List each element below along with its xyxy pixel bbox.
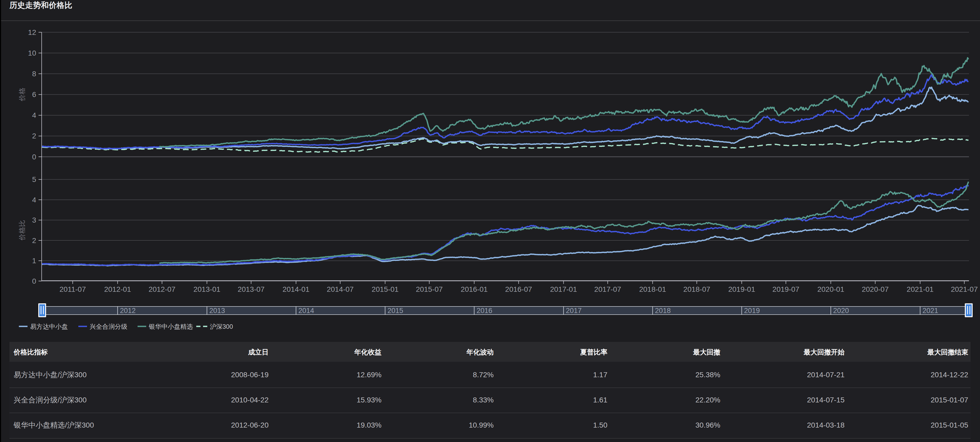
- svg-text:2021-01: 2021-01: [907, 285, 934, 294]
- svg-text:沪深300: 沪深300: [210, 323, 233, 330]
- svg-text:价格: 价格: [18, 88, 26, 101]
- svg-text:2013-01: 2013-01: [193, 285, 220, 294]
- svg-text:易方达中小盘: 易方达中小盘: [30, 323, 68, 330]
- svg-text:价格比: 价格比: [18, 220, 26, 241]
- svg-text:2013: 2013: [209, 307, 225, 314]
- svg-text:10: 10: [28, 49, 36, 57]
- svg-text:2012-07: 2012-07: [149, 285, 175, 294]
- svg-text:2011-07: 2011-07: [59, 285, 86, 294]
- svg-text:3: 3: [32, 216, 36, 224]
- svg-text:2020: 2020: [833, 307, 849, 314]
- svg-text:2016-07: 2016-07: [505, 285, 532, 294]
- svg-text:2016-01: 2016-01: [461, 285, 488, 294]
- svg-text:2017: 2017: [566, 307, 582, 314]
- svg-text:0: 0: [32, 153, 36, 161]
- svg-text:2015: 2015: [388, 307, 403, 314]
- svg-text:2019-01: 2019-01: [728, 285, 755, 294]
- svg-text:2: 2: [32, 132, 36, 140]
- svg-text:2021: 2021: [923, 307, 938, 314]
- svg-text:2018: 2018: [655, 307, 671, 314]
- svg-text:12: 12: [28, 28, 36, 37]
- svg-text:5: 5: [32, 176, 36, 184]
- svg-text:2017-07: 2017-07: [594, 285, 621, 294]
- svg-text:2015-07: 2015-07: [416, 285, 443, 294]
- svg-text:2019-07: 2019-07: [772, 285, 799, 294]
- svg-text:2: 2: [32, 236, 36, 244]
- svg-text:2014-07: 2014-07: [327, 285, 354, 294]
- svg-text:0: 0: [32, 277, 36, 285]
- svg-text:1: 1: [32, 257, 36, 265]
- svg-text:2012-01: 2012-01: [104, 285, 131, 294]
- svg-text:2020-01: 2020-01: [817, 285, 844, 294]
- svg-text:4: 4: [32, 111, 36, 119]
- svg-text:2016: 2016: [477, 307, 492, 314]
- svg-text:6: 6: [32, 91, 36, 99]
- svg-text:2013-07: 2013-07: [238, 285, 265, 294]
- svg-text:8: 8: [32, 70, 36, 78]
- svg-text:2020-07: 2020-07: [862, 285, 889, 294]
- svg-text:2014: 2014: [299, 307, 314, 314]
- svg-text:2018-07: 2018-07: [683, 285, 710, 294]
- svg-text:2017-01: 2017-01: [550, 285, 577, 294]
- svg-text:2014-01: 2014-01: [282, 285, 309, 294]
- svg-text:2012: 2012: [120, 307, 136, 314]
- svg-text:银华中小盘精选: 银华中小盘精选: [149, 323, 193, 330]
- svg-text:兴全合润分级: 兴全合润分级: [90, 323, 127, 330]
- svg-text:2021-07: 2021-07: [951, 285, 978, 294]
- svg-text:2018-01: 2018-01: [639, 285, 666, 294]
- svg-text:2015-01: 2015-01: [372, 285, 399, 294]
- svg-text:4: 4: [32, 196, 36, 204]
- svg-text:2019: 2019: [744, 307, 760, 314]
